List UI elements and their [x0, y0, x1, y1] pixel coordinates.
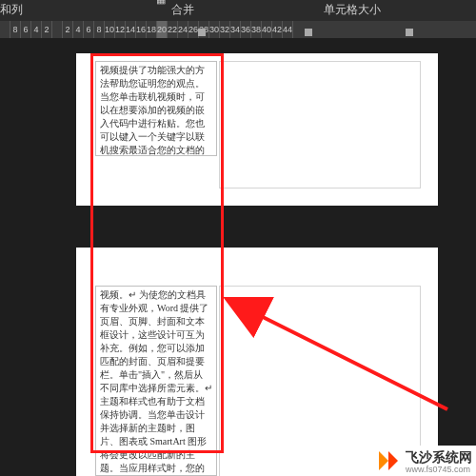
table-cell-text[interactable]: 视频。↵ 为使您的文档具有专业外观，Word 提供了页眉、页脚、封面和文本框设计… — [95, 286, 217, 476]
indent-marker-icon[interactable] — [305, 29, 312, 36]
ribbon-toolbar: 和列 ▦ 合并 单元格大小 — [0, 0, 476, 21]
ruler-tick: 42 — [272, 21, 283, 38]
ruler-tick: 4 — [73, 21, 84, 38]
document-canvas[interactable]: 视频提供了功能强大的方法帮助您证明您的观点。当您单击联机视频时，可以在想要添加的… — [0, 38, 476, 476]
ruler-tick: 2 — [63, 21, 73, 38]
ruler-tick: 6 — [21, 21, 31, 38]
ruler-tick: 30 — [209, 21, 220, 38]
ribbon-merge-group-label: 合并 — [171, 2, 194, 18]
watermark: 飞沙系统网 www.fs0745.com — [371, 446, 476, 476]
table-cell-text[interactable]: 视频提供了功能强大的方法帮助您证明您的观点。当您单击联机视频时，可以在想要添加的… — [95, 61, 217, 156]
ruler-tick: 18 — [147, 21, 157, 38]
ruler-tick: 24 — [178, 21, 188, 38]
ruler-tick — [52, 21, 63, 38]
horizontal-ruler[interactable]: 8 6 4 2 2 4 6 8 10 12 14 16 18 20 22 24 … — [0, 21, 476, 38]
ruler-tick: 34 — [230, 21, 241, 38]
ruler-tick: 22 — [168, 21, 178, 38]
ruler-tick: 8 — [10, 21, 21, 38]
ruler-tick: 44 — [283, 21, 293, 38]
watermark-logo-icon — [375, 447, 402, 474]
page-1[interactable]: 视频提供了功能强大的方法帮助您证明您的观点。当您单击联机视频时，可以在想要添加的… — [76, 53, 438, 206]
watermark-text-wrap: 飞沙系统网 www.fs0745.com — [406, 448, 472, 474]
watermark-url: www.fs0745.com — [406, 465, 472, 474]
ruler-tick: 20 — [157, 21, 168, 38]
ruler-tick: 2 — [42, 21, 52, 38]
ruler-tick: 40 — [262, 21, 272, 38]
page-2[interactable]: 视频。↵ 为使您的文档具有专业外观，Word 提供了页眉、页脚、封面和文本框设计… — [76, 248, 438, 476]
merge-cells-icon[interactable]: ▦ — [152, 0, 169, 6]
ruler-tick — [0, 21, 10, 38]
ruler-tick: 38 — [251, 21, 262, 38]
table-cell-empty[interactable] — [219, 61, 421, 188]
ruler-tick: 16 — [136, 21, 147, 38]
ruler-tick: 4 — [31, 21, 42, 38]
indent-marker-icon[interactable] — [406, 29, 413, 36]
ribbon-cellsize-group-label: 单元格大小 — [324, 2, 381, 18]
ruler-tick: 36 — [241, 21, 251, 38]
ruler-tick: 12 — [115, 21, 126, 38]
ruler-tick: 10 — [105, 21, 115, 38]
watermark-title: 飞沙系统网 — [406, 449, 472, 465]
ruler-tick: 8 — [94, 21, 105, 38]
ruler-tick: 6 — [84, 21, 94, 38]
indent-marker-icon[interactable] — [198, 29, 206, 36]
ribbon-rows-cols-group-label: 和列 — [0, 2, 23, 18]
ruler-tick: 14 — [126, 21, 136, 38]
ruler-tick: 32 — [220, 21, 230, 38]
